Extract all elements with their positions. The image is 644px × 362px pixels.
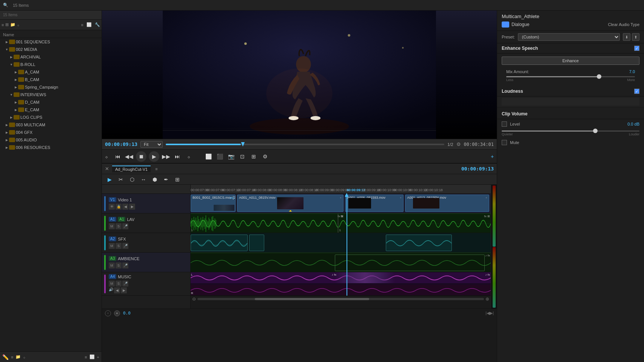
tree-item-acam[interactable]: ▶ A_CAM bbox=[0, 68, 102, 76]
tab-menu-icon[interactable]: ≡ bbox=[155, 167, 157, 171]
a4-s-button[interactable]: S bbox=[116, 281, 122, 287]
preset-load-icon[interactable]: ⬆ bbox=[632, 33, 639, 41]
rewind-button[interactable]: ◀◀ bbox=[125, 152, 134, 161]
settings-icon[interactable]: + bbox=[97, 355, 99, 359]
safe-margins-button[interactable]: ⊡ bbox=[238, 152, 247, 161]
tree-item-multicam[interactable]: ▶ 003 MULTICAM bbox=[0, 121, 102, 129]
sfx-clip-3[interactable] bbox=[386, 235, 452, 251]
v1-prev-button[interactable]: ◀ bbox=[122, 204, 128, 210]
tl-tool-multicam[interactable]: ⊞ bbox=[173, 175, 182, 184]
tl-tool-ripple[interactable]: ⬡ bbox=[128, 175, 137, 184]
v1-lock-button[interactable]: 🔒 bbox=[116, 204, 122, 210]
tree-item-dcam[interactable]: ▶ D_CAM bbox=[0, 98, 102, 106]
tree-item-broll[interactable]: ▼ B-ROLL bbox=[0, 61, 102, 68]
settings-transport-icon[interactable]: ⚙ bbox=[260, 152, 270, 161]
sfx-clip-2[interactable] bbox=[249, 235, 264, 251]
a2-mic-button[interactable]: 🎤 bbox=[122, 243, 128, 249]
tl-tool-pen[interactable]: ✒ bbox=[162, 175, 171, 184]
a1-m-button[interactable]: M bbox=[109, 223, 115, 229]
tree-item-002-media[interactable]: ▼ 002 MEDIA bbox=[0, 46, 102, 53]
clip-v1-3[interactable]: A001_A006_081593.mov ⬦ bbox=[345, 195, 404, 212]
mute-checkbox[interactable] bbox=[502, 140, 507, 145]
close-timeline-icon[interactable]: ✕ bbox=[105, 166, 109, 172]
tree-item-spring[interactable]: ▶ Spring_Campaign bbox=[0, 83, 102, 91]
zoom-out-icon[interactable]: ⊖ bbox=[192, 296, 196, 302]
a4-mic-button[interactable]: 🎤 bbox=[122, 281, 128, 287]
zoom-track[interactable] bbox=[197, 298, 484, 300]
step-back-button[interactable]: ⏮ bbox=[113, 152, 122, 161]
tl-tool-slip[interactable]: ⬢ bbox=[150, 175, 159, 184]
tl-tool-roll[interactable]: ↔ bbox=[139, 175, 148, 184]
clip-v1-4[interactable]: A001_A013_0815FN.mov ⬦ bbox=[405, 195, 489, 212]
new-bin-icon[interactable]: 🔧 bbox=[95, 22, 100, 27]
v1-eye-button[interactable]: 👁 bbox=[109, 204, 115, 210]
audio-clip-a4[interactable]: L ♪ fx ♪ fx R bbox=[191, 272, 491, 296]
a1-s-button[interactable]: S bbox=[116, 223, 122, 229]
tree-item-interviews[interactable]: ▼ INTERVIEWS bbox=[0, 91, 102, 98]
mark-out-button[interactable]: ⬦ bbox=[184, 152, 193, 161]
clear-audio-button[interactable]: Clear Audio Type bbox=[608, 22, 639, 27]
mix-slider-track[interactable] bbox=[506, 76, 635, 77]
a2-m-button[interactable]: M bbox=[109, 243, 115, 249]
grid-view-icon[interactable]: ⊞ bbox=[5, 22, 9, 27]
audio-clip-a3[interactable]: ♪ fx bbox=[191, 253, 491, 272]
mark-in-button[interactable]: ⬦ bbox=[102, 152, 111, 161]
preset-dropdown[interactable]: (Custom) Default bbox=[518, 33, 620, 41]
a4-prev-frame[interactable]: ◀ bbox=[114, 287, 120, 293]
a4-m-button[interactable]: M bbox=[109, 281, 115, 287]
flyout-icon[interactable]: ≡ bbox=[81, 23, 83, 27]
clip-icon[interactable]: ⬜ bbox=[86, 22, 92, 27]
settings-wheel-icon[interactable]: ⚙ bbox=[456, 141, 461, 147]
folder-btn-icon[interactable]: 📁 bbox=[15, 354, 21, 359]
clip-view-icon[interactable]: ⬜ bbox=[89, 354, 95, 359]
a1-mic-button[interactable]: 🎤 bbox=[122, 223, 128, 229]
flyout-menu-icon[interactable]: ≡ bbox=[85, 355, 87, 359]
list-icon[interactable]: ≡ bbox=[11, 355, 13, 359]
level-slider-track[interactable] bbox=[502, 130, 639, 132]
insert-button[interactable]: ⬜ bbox=[204, 152, 213, 161]
stop-button[interactable]: ⏹ bbox=[136, 151, 146, 162]
multicam-button[interactable]: ⊞ bbox=[249, 152, 258, 161]
list-view-icon[interactable]: ≡ bbox=[2, 23, 4, 27]
sort-icon[interactable]: ⬦ bbox=[17, 23, 20, 27]
timeline-scrollbar[interactable]: ⊖ ⊕ bbox=[191, 296, 491, 302]
clip-v1-2[interactable]: A001_A011_0815V.mov ⬦ bbox=[237, 195, 344, 212]
audio-clip-a1[interactable]: fx bbox=[191, 213, 491, 233]
a4-next-frame[interactable]: ▶ bbox=[121, 287, 127, 293]
timeline-tab-roughcut[interactable]: Ad_RoughCut-V1 bbox=[112, 166, 151, 172]
tl-tool-razor[interactable]: ✂ bbox=[116, 175, 125, 184]
preset-save-icon[interactable]: ⬇ bbox=[623, 33, 630, 41]
status-icon-2[interactable]: ● bbox=[114, 310, 120, 316]
overwrite-button[interactable]: ⬛ bbox=[215, 152, 224, 161]
enhance-button[interactable]: Enhance bbox=[502, 57, 639, 65]
tree-item-resources[interactable]: ▶ 006 RESOURCES bbox=[0, 144, 102, 151]
fit-dropdown[interactable]: Fit 25% 50% 100% bbox=[140, 141, 163, 148]
a3-mic-button[interactable]: 🎤 bbox=[122, 262, 128, 268]
tree-item-logclips[interactable]: ▶ LOG CLIPS bbox=[0, 114, 102, 121]
forward-button[interactable]: ▶▶ bbox=[162, 152, 171, 161]
zoom-in-icon[interactable]: ⊕ bbox=[485, 296, 489, 302]
add-track-button[interactable]: + bbox=[488, 152, 497, 161]
clip-v1-1[interactable]: B001_B002_0815CS.mov [200%] FX bbox=[191, 195, 236, 212]
tree-item-001-sequences[interactable]: ▶ 001 SEQUENCES bbox=[0, 38, 102, 46]
tree-item-bcam[interactable]: ▶ B_CAM bbox=[0, 76, 102, 83]
loudness-checkbox[interactable] bbox=[634, 89, 639, 94]
sfx-clip-1[interactable] bbox=[191, 235, 248, 251]
enhance-speech-checkbox[interactable] bbox=[634, 46, 639, 51]
level-checkbox[interactable] bbox=[502, 121, 507, 127]
step-forward-button[interactable]: ⏭ bbox=[173, 152, 182, 161]
a3-m-button[interactable]: M bbox=[109, 262, 115, 268]
a2-s-button[interactable]: S bbox=[116, 243, 122, 249]
preview-progress-bar[interactable] bbox=[166, 144, 444, 145]
tl-tool-select[interactable]: ▶ bbox=[105, 175, 114, 184]
mix-slider-thumb[interactable] bbox=[597, 74, 601, 79]
tree-item-ecam[interactable]: ▶ E_CAM bbox=[0, 106, 102, 114]
tree-item-gfx[interactable]: ▶ 004 GFX bbox=[0, 129, 102, 136]
tree-item-archival[interactable]: ▶ ARCHIVAL bbox=[0, 53, 102, 61]
pencil-icon[interactable]: ✏️ bbox=[2, 354, 9, 360]
lock-icon[interactable]: ⬦ bbox=[23, 355, 26, 359]
status-icon-1[interactable]: ○ bbox=[105, 310, 111, 316]
camera-button[interactable]: 📷 bbox=[226, 152, 236, 161]
play-button[interactable]: ▶ bbox=[149, 151, 159, 162]
v1-next-button[interactable]: ▶ bbox=[129, 204, 135, 210]
